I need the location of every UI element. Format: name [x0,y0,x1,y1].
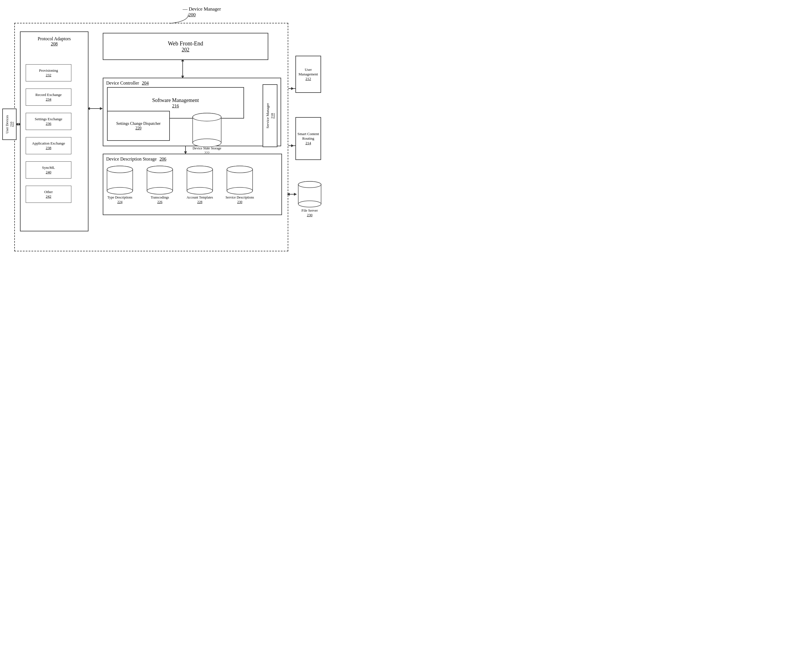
smart-content-routing-title: Smart Content Routing [298,132,319,141]
software-management-title: Software Management [152,97,199,104]
record-exchange-title: Record Exchange [35,93,62,97]
svg-point-25 [107,187,133,194]
svg-marker-13 [291,87,294,90]
svg-point-41 [298,201,321,207]
syncml-title: SyncML [42,165,55,170]
protocol-adaptors-num: 208 [51,42,58,46]
software-management-num: 216 [172,104,179,109]
application-exchange-box: Application Exchange 238 [26,137,72,154]
user-devices-num: 210 [10,115,14,133]
svg-point-38 [227,166,253,173]
device-desc-storage-num: 206 [159,156,166,161]
device-controller-num: 204 [142,81,149,85]
file-server: File Server 230 [297,180,323,217]
transcodings-num: 226 [146,200,174,204]
application-exchange-num: 238 [46,146,51,150]
provisioning-num: 232 [46,73,51,77]
svg-point-29 [147,187,173,194]
svg-point-26 [107,166,133,173]
service-descriptions-title: Service Descriptions [226,195,254,200]
web-frontend-num: 202 [182,47,189,53]
other-num: 242 [46,194,51,199]
device-state-storage: Device State Storage 222 [191,111,223,155]
svg-point-37 [227,187,253,194]
record-exchange-num: 234 [46,97,51,102]
user-management-title: User Management [298,67,319,77]
application-exchange-title: Application Exchange [32,141,65,146]
web-frontend-box: Web Front-End 202 [103,33,268,60]
svg-point-34 [187,166,213,173]
other-box: Other 242 [26,186,72,203]
type-descriptions-title: Type Descriptions [106,195,134,200]
svg-marker-15 [291,144,294,147]
syncml-num: 240 [46,170,51,174]
settings-exchange-num: 236 [46,121,51,126]
svg-marker-18 [294,193,297,196]
settings-exchange-title: Settings Exchange [35,117,62,121]
protocol-adaptors-title: Protocol Adaptors [38,36,71,41]
type-descriptions-cylinder: Type Descriptions 224 [106,164,134,204]
svg-point-22 [193,113,221,121]
account-templates-cylinder: Account Templates 228 [186,164,214,204]
service-manager-box: Service Manager 218 [263,84,277,147]
user-management-num: 212 [306,77,311,81]
svg-point-21 [193,139,221,147]
device-controller-title: Device Controller [106,81,139,85]
account-templates-num: 228 [186,200,214,204]
service-manager-num: 218 [270,103,275,128]
record-exchange-box: Record Exchange 234 [26,89,72,106]
settings-dispatcher-title: Settings Change Dispatcher [116,121,161,126]
other-title: Other [44,190,53,194]
svg-point-33 [187,187,213,194]
service-descriptions-num: 230 [226,200,254,204]
service-manager-title: Service Manager [266,103,270,128]
user-management-box: User Management 212 [295,56,321,93]
device-manager-title: Device Manager [189,6,221,12]
user-devices-box: User Devices 210 [2,109,17,140]
user-devices-title: User Devices [5,115,10,133]
settings-dispatcher-box: Settings Change Dispatcher 220 [107,111,170,141]
service-descriptions-cylinder: Service Descriptions 230 [226,164,254,204]
settings-exchange-box: Settings Exchange 236 [26,113,72,130]
smart-content-routing-num: 214 [306,141,311,145]
transcodings-title: Transcodings [146,195,174,200]
provisioning-title: Provisioning [39,68,58,73]
svg-point-42 [298,181,321,188]
device-manager-label: — Device Manager 200 [183,6,221,18]
file-server-title: File Server [297,208,323,213]
svg-point-30 [147,166,173,173]
provisioning-box: Provisioning 232 [26,64,72,81]
syncml-box: SyncML 240 [26,161,72,179]
transcodings-cylinder: Transcodings 226 [146,164,174,204]
smart-content-routing-box: Smart Content Routing 214 [295,117,321,160]
file-server-num: 230 [297,213,323,217]
diagram-container: — Device Manager 200 Protocol Adaptors 2… [0,0,325,265]
device-desc-storage-title: Device Description Storage [106,156,157,161]
account-templates-title: Account Templates [186,195,214,200]
settings-dispatcher-num: 220 [135,126,142,131]
device-state-storage-title: Device State Storage [191,146,223,151]
type-descriptions-num: 224 [106,200,134,204]
device-manager-num: 200 [188,12,196,18]
web-frontend-title: Web Front-End [168,40,203,47]
